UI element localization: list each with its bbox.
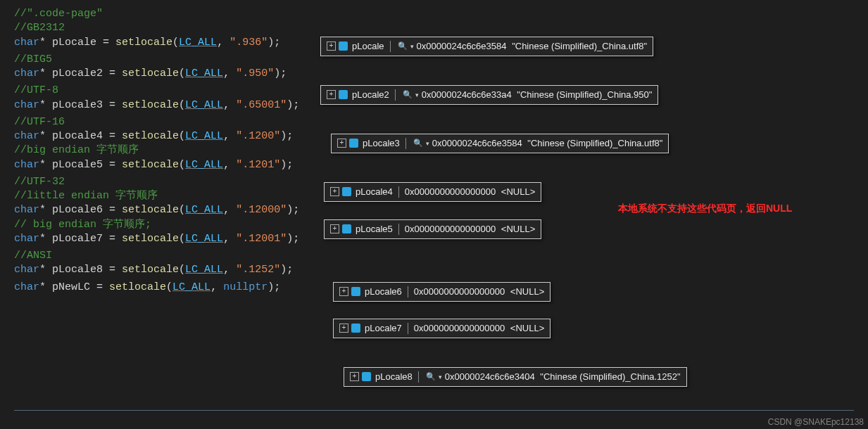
magnifier-icon[interactable]: 🔍 — [398, 41, 408, 51]
code-line-pLocale8: char* pLocale8 = setlocale(LC_ALL, ".125… — [14, 263, 854, 277]
tooltip-varname: pLocale8 — [375, 371, 413, 383]
tooltip-string: "Chinese (Simplified)_China.1252" — [540, 371, 680, 383]
variable-icon — [351, 324, 360, 333]
expand-icon[interactable]: + — [327, 90, 336, 99]
expand-icon[interactable]: + — [337, 139, 346, 148]
comment-utf32: //UTF-32 — [14, 176, 65, 188]
tooltip-address: 0x0000000000000000 — [405, 186, 496, 198]
tooltip-varname: pLocale — [352, 40, 384, 53]
watermark: CSDN @SNAKEpc12138 — [768, 416, 864, 428]
comment-bigendian2: // big endian 字节顺序; — [14, 219, 151, 231]
debug-tooltip-pLocale8[interactable]: + pLocale8🔍▾ 0x0000024c6c6e3404 "Chinese… — [344, 367, 687, 387]
comment-codepage: //".code-page" — [14, 8, 103, 20]
variable-icon — [351, 287, 360, 296]
tooltip-address: 0x0000000000000000 — [414, 322, 505, 335]
comment-big5: //BIG5 — [14, 53, 52, 65]
expand-icon[interactable]: + — [350, 372, 359, 381]
debug-tooltip-pLocale5[interactable]: + pLocale5 0x0000000000000000 <NULL> — [324, 219, 541, 239]
variable-icon — [339, 90, 348, 99]
magnifier-icon[interactable]: 🔍 — [426, 371, 436, 382]
variable-icon — [349, 139, 358, 148]
tooltip-string: "Chinese (Simplified)_China.utf8" — [512, 40, 647, 53]
debug-tooltip-pLocale2[interactable]: + pLocale2🔍▾ 0x0000024c6c6e33a4 "Chinese… — [320, 85, 658, 105]
tooltip-address: 0x0000024c6c6e33a4 — [422, 89, 512, 101]
magnifier-icon[interactable]: 🔍 — [403, 89, 413, 100]
comment-ansi: //ANSI — [14, 250, 52, 262]
comment-utf8: //UTF-8 — [14, 84, 58, 96]
variable-icon — [362, 372, 371, 381]
comment-gb2312: //GB2312 — [14, 22, 65, 34]
tooltip-varname: pLocale3 — [363, 137, 400, 150]
code-line-pLocale5: char* pLocale5 = setlocale(LC_ALL, ".120… — [14, 158, 854, 172]
debug-tooltip-pLocale6[interactable]: + pLocale6 0x0000000000000000 <NULL> — [333, 282, 551, 302]
tooltip-address: 0x0000024c6c6e3584 — [417, 40, 507, 53]
annotation-text: 本地系统不支持这些代码页，返回NULL — [618, 202, 792, 215]
debug-tooltip-pLocale7[interactable]: + pLocale7 0x0000000000000000 <NULL> — [333, 319, 551, 338]
debug-tooltip-pLocale[interactable]: + pLocale🔍▾ 0x0000024c6c6e3584 "Chinese … — [320, 37, 653, 56]
chevron-down-icon[interactable]: ▾ — [426, 139, 429, 148]
variable-icon — [339, 41, 348, 51]
tooltip-string: <NULL> — [501, 186, 535, 198]
chevron-down-icon[interactable]: ▾ — [410, 42, 414, 51]
tooltip-varname: pLocale6 — [365, 286, 402, 298]
tooltip-address: 0x0000000000000000 — [414, 286, 505, 298]
tooltip-varname: pLocale2 — [352, 89, 389, 101]
comment-utf16: //UTF-16 — [14, 116, 65, 128]
tooltip-string: <NULL> — [510, 286, 544, 298]
code-line-pLocale2: char* pLocale2 = setlocale(LC_ALL, ".950… — [14, 67, 854, 81]
tooltip-address: 0x0000024c6c6e3584 — [432, 137, 522, 150]
variable-icon — [342, 187, 351, 196]
chevron-down-icon[interactable]: ▾ — [415, 91, 419, 99]
tooltip-varname: pLocale4 — [356, 186, 393, 198]
debug-tooltip-pLocale3[interactable]: + pLocale3🔍▾ 0x0000024c6c6e3584 "Chinese… — [331, 134, 669, 153]
tooltip-string: <NULL> — [501, 223, 535, 236]
variable-icon — [342, 224, 351, 233]
expand-icon[interactable]: + — [330, 224, 339, 233]
tooltip-string: "Chinese (Simplified)_China.950" — [517, 89, 652, 101]
comment-littleendian: //little endian 字节顺序 — [14, 190, 158, 202]
tooltip-address: 0x0000000000000000 — [405, 223, 496, 236]
expand-icon[interactable]: + — [339, 324, 348, 333]
tooltip-address: 0x0000024c6c6e3404 — [445, 371, 535, 383]
expand-icon[interactable]: + — [339, 287, 348, 296]
magnifier-icon[interactable]: 🔍 — [413, 138, 423, 148]
tooltip-string: <NULL> — [510, 322, 544, 335]
expand-icon[interactable]: + — [327, 41, 336, 51]
expand-icon[interactable]: + — [330, 187, 339, 196]
comment-bigendian1: //big endian 字节顺序 — [14, 144, 139, 156]
chevron-down-icon[interactable]: ▾ — [439, 373, 442, 381]
tooltip-varname: pLocale7 — [365, 322, 402, 335]
tooltip-varname: pLocale5 — [356, 223, 393, 236]
debug-tooltip-pLocale4[interactable]: + pLocale4 0x0000000000000000 <NULL> — [324, 182, 541, 202]
tooltip-string: "Chinese (Simplified)_China.utf8" — [527, 137, 662, 150]
